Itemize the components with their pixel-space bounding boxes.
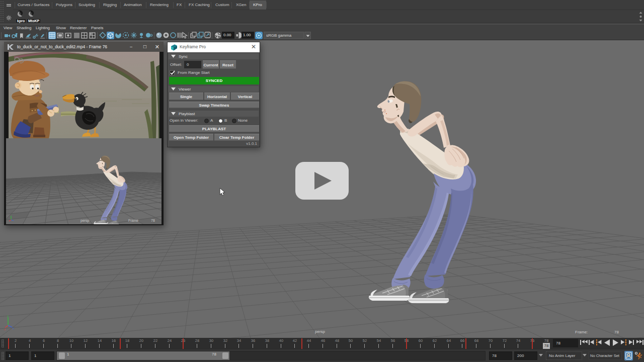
svg-text:y: y [7, 314, 9, 317]
svg-text:x: x [4, 328, 6, 330]
svg-text:z: z [13, 327, 14, 330]
